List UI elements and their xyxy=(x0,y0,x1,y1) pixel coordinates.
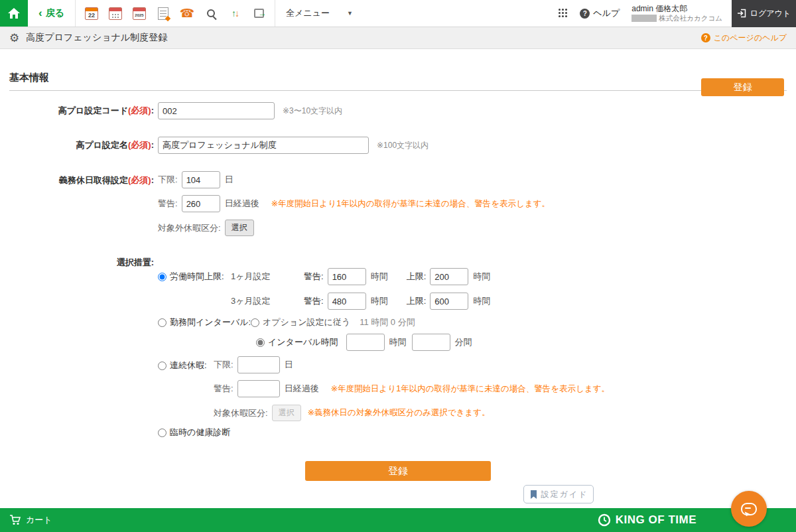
brand-text: KING OF TIME xyxy=(616,513,696,527)
settings-guide-button[interactable]: 設定ガイド xyxy=(523,485,594,503)
work-limit-option[interactable]: 労働時間上限: xyxy=(158,271,231,283)
interval-option[interactable]: 勤務間インターバル: xyxy=(158,316,251,328)
all-menu-dropdown[interactable]: 全メニュー ▼ xyxy=(275,7,364,19)
health-check-row: 臨時の健康診断 xyxy=(158,427,610,438)
bookmark-icon xyxy=(529,490,538,499)
submit-row: 登録 xyxy=(9,461,787,481)
day-calendar-icon: 22 xyxy=(85,7,98,20)
lower-limit-label: 下限: xyxy=(158,174,178,186)
field-label: 高プロ設定名(必須): xyxy=(9,139,154,151)
help-label: ヘルプ xyxy=(593,7,620,19)
question-icon: ? xyxy=(701,33,710,42)
contact-button[interactable]: ☎ xyxy=(179,5,195,21)
health-check-option[interactable]: 臨時の健康診断 xyxy=(158,427,230,438)
holiday-row: 義務休日取得設定(必須): 下限: 日 警告: 日経過後 ※年度開始日より1年以… xyxy=(9,171,787,236)
exclude-leave-label: 対象外休暇区分: xyxy=(158,222,221,234)
work-limit-row-1: 労働時間上限: 1ヶ月設定 警告: 時間 上限: 時間 xyxy=(158,268,610,285)
register-button-bottom[interactable]: 登録 xyxy=(305,461,491,481)
help-button[interactable]: ? ヘルプ xyxy=(580,7,620,19)
page-title-bar: ⚙ 高度プロフェッショナル制度登録 ? このページのヘルプ xyxy=(0,27,796,49)
user-info: admin 価格太郎 株式会社カカクコム xyxy=(631,4,722,23)
month1-upper-input[interactable] xyxy=(430,268,468,285)
chat-button[interactable] xyxy=(731,491,767,527)
interval-option-radio[interactable] xyxy=(251,318,259,327)
consecutive-row: 連続休暇: 下限: 日 警告: 日経過後 ※年度開始日より1年以内の取得が基準 xyxy=(158,356,610,421)
work-limit-radio[interactable] xyxy=(158,273,166,281)
health-check-radio[interactable] xyxy=(158,429,166,437)
interval-custom-option[interactable]: インターバル時間 xyxy=(256,336,338,348)
holiday-lower-input[interactable] xyxy=(182,171,220,188)
sort-arrows-icon: ↑↓ xyxy=(232,8,238,19)
month3-upper-input[interactable] xyxy=(430,293,468,310)
edit-list-button[interactable] xyxy=(155,5,171,21)
code-row: 高プロ設定コード(必須): ※3〜10文字以内 xyxy=(9,102,787,119)
interval-row: 勤務間インターバル: オプション設定に従う 11 時間 0 分間 xyxy=(158,316,610,328)
holiday-warning-note: ※年度開始日より1年以内の取得が基準に未達の場合、警告を表示します。 xyxy=(271,198,550,210)
consecutive-radio[interactable] xyxy=(158,362,166,370)
work-limit-row-3: 3ヶ月設定 警告: 時間 上限: 時間 xyxy=(158,293,610,310)
day-schedule-button[interactable]: 22 xyxy=(84,5,100,21)
interval-minute-input[interactable] xyxy=(412,334,450,351)
target-leave-select-button[interactable]: 選択 xyxy=(272,405,301,421)
grid-menu-icon xyxy=(559,9,561,11)
logout-button[interactable]: ログアウト xyxy=(732,0,796,27)
chat-bubble-icon xyxy=(741,503,757,515)
hipro-name-input[interactable] xyxy=(158,137,369,154)
all-menu-label: 全メニュー xyxy=(286,7,330,19)
interval-hour-input[interactable] xyxy=(346,334,385,351)
interval-custom-radio[interactable] xyxy=(256,338,265,347)
name-row: 高プロ設定名(必須): ※100文字以内 xyxy=(9,137,787,154)
brand-logo: KING OF TIME xyxy=(598,513,696,527)
day-unit: 日 xyxy=(225,174,233,186)
code-note: ※3〜10文字以内 xyxy=(283,105,342,117)
gear-icon[interactable]: ⚙ xyxy=(9,33,19,44)
consecutive-warning-input[interactable] xyxy=(237,380,280,397)
page-help-link[interactable]: ? このページのヘルプ xyxy=(701,33,787,44)
question-icon: ? xyxy=(580,9,590,19)
cart-button[interactable]: カート xyxy=(9,514,52,526)
month1-warning-input[interactable] xyxy=(328,268,366,285)
home-button[interactable] xyxy=(0,0,28,27)
holiday-warning-input[interactable] xyxy=(182,195,220,212)
month3-warning-input[interactable] xyxy=(328,293,366,310)
hipro-form: 高プロ設定コード(必須): ※3〜10文字以内 高プロ設定名(必須): ※100… xyxy=(9,102,787,503)
consecutive-warning-note: ※年度開始日より1年以内の取得が基準に未達の場合、警告を表示します。 xyxy=(331,383,610,395)
sort-button[interactable]: ↑↓ xyxy=(227,5,243,21)
register-button-top[interactable]: 登録 xyxy=(701,78,784,96)
field-label: 義務休日取得設定(必須): xyxy=(9,171,154,186)
user-name: admin 価格太郎 xyxy=(631,4,722,14)
year-calendar-icon: 2025 xyxy=(133,7,146,20)
interval-radio[interactable] xyxy=(158,318,166,327)
month-schedule-button[interactable] xyxy=(107,5,123,21)
consecutive-option[interactable]: 連続休暇: xyxy=(158,356,214,371)
month-calendar-icon xyxy=(109,7,122,20)
document-list-icon xyxy=(158,7,168,20)
export-button[interactable] xyxy=(251,5,267,21)
apps-grid-button[interactable] xyxy=(559,9,568,18)
target-leave-note: ※義務休日の対象外休暇区分のみ選択できます。 xyxy=(308,407,490,419)
phone-icon: ☎ xyxy=(180,7,194,19)
back-button[interactable]: ‹ 戻る xyxy=(28,7,75,20)
export-icon xyxy=(254,9,264,18)
cart-icon xyxy=(9,515,21,525)
page-title: 高度プロフェッショナル制度登録 xyxy=(26,32,167,44)
year-schedule-button[interactable]: 2025 xyxy=(131,5,147,21)
search-button[interactable] xyxy=(203,5,219,21)
logout-icon xyxy=(737,9,746,18)
toolbar: 22 2025 ☎ ↑↓ xyxy=(76,5,275,21)
interval-follow-option[interactable]: オプション設定に従う xyxy=(251,316,350,328)
top-header: ‹ 戻る 22 2025 ☎ ↑↓ 全メニュー ▼ xyxy=(0,0,796,27)
measures-row: 選択措置: 労働時間上限: 1ヶ月設定 警告: 時間 上限: 時間 xyxy=(9,253,787,438)
search-icon xyxy=(207,9,215,17)
footer-bar: カート KING OF TIME xyxy=(0,508,796,532)
interval-option-value: 11 時間 0 分間 xyxy=(360,316,415,328)
back-label: 戻る xyxy=(46,7,64,19)
chevron-left-icon: ‹ xyxy=(38,7,42,20)
exclude-leave-select-button[interactable]: 選択 xyxy=(225,220,254,236)
section-title: 基本情報 xyxy=(9,72,787,91)
three-month-label: 3ヶ月設定 xyxy=(231,295,304,307)
consecutive-lower-input[interactable] xyxy=(237,356,280,373)
company-line: 株式会社カカクコム xyxy=(631,14,722,23)
hipro-code-input[interactable] xyxy=(158,102,275,119)
interval-custom-row: インターバル時間 時間 分間 xyxy=(256,334,610,351)
